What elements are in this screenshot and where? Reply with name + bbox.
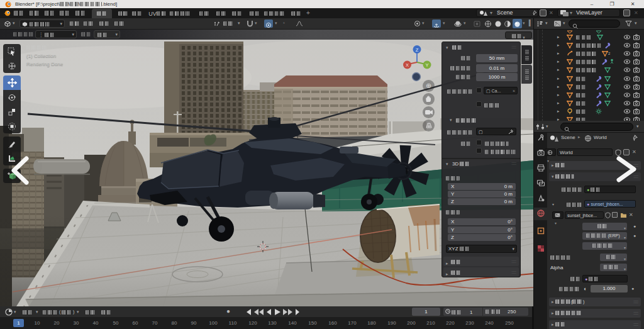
svg-text:X: X <box>406 62 409 68</box>
svg-text:Z: Z <box>416 47 419 53</box>
svg-text:Y: Y <box>425 62 428 68</box>
